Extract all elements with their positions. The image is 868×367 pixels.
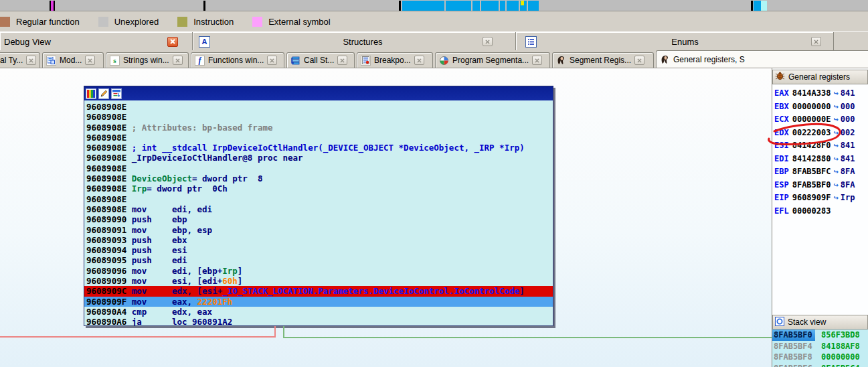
- disasm-line[interactable]: 960890A4 cmp edx, eax: [84, 307, 553, 317]
- stack-rows[interactable]: 8FAB5BF0856F3BD88FAB5BF484188AF88FAB5BF8…: [772, 329, 868, 367]
- register-row[interactable]: EAX8414A338↪841: [774, 87, 868, 100]
- tab-modules[interactable]: Mod...: [42, 52, 104, 68]
- graph-view-icon[interactable]: [111, 88, 122, 99]
- disasm-line[interactable]: 9608908E DeviceObject= dword ptr 8: [84, 173, 553, 184]
- tab-local-types[interactable]: cal Ty...: [0, 52, 40, 68]
- close-icon[interactable]: [26, 56, 36, 65]
- tab-enums[interactable]: Enums: [516, 32, 834, 51]
- head-icon: [660, 54, 670, 64]
- disasm-line[interactable]: 9608908E Irp= dword ptr 0Ch: [84, 184, 553, 194]
- close-icon[interactable]: [414, 56, 424, 65]
- pointer-arrow-icon: ↪: [833, 167, 838, 176]
- legend-label: External symbol: [268, 17, 330, 27]
- close-icon[interactable]: [337, 56, 347, 65]
- nav-band-segment: [481, 1, 499, 11]
- disasm-line[interactable]: 9608908E: [84, 102, 553, 112]
- register-row[interactable]: ECX0000000E↪000: [774, 113, 868, 127]
- tab-call-stack[interactable]: Call St...: [286, 52, 355, 68]
- tab-breakpoints[interactable]: Breakpo...: [357, 52, 433, 68]
- stack-row[interactable]: 8FAB5BF484188AF8: [772, 341, 868, 352]
- disassembly-listing[interactable]: 9608908E 9608908E 9608908E ; Attributes:…: [84, 100, 553, 326]
- pointer-arrow-icon: ↪: [833, 141, 838, 150]
- close-icon[interactable]: [532, 56, 542, 65]
- disassembly-window-titlebar[interactable]: [84, 86, 553, 100]
- disasm-line[interactable]: 96089095 push edi: [84, 255, 553, 265]
- register-row[interactable]: ESP8FAB5BF0↪8FA: [774, 179, 868, 192]
- nav-band-segment: [528, 1, 539, 11]
- tab-bar-filler: [834, 32, 868, 50]
- pointer-arrow-icon: ↪: [833, 128, 838, 137]
- disasm-line[interactable]: 9608908E: [84, 112, 553, 122]
- nav-band-segment: [446, 1, 471, 11]
- register-row[interactable]: EBP8FAB5BFC↪8FA: [774, 165, 868, 179]
- stack-row[interactable]: 8FAB5BF0856F3BD8: [772, 329, 868, 341]
- disasm-line[interactable]: 9608908E: [84, 194, 553, 204]
- legend-swatch: [177, 17, 187, 27]
- close-icon[interactable]: [811, 37, 821, 46]
- disasm-line[interactable]: 96089096 mov edi, [ebp+Irp]: [84, 266, 553, 276]
- disasm-line[interactable]: 9608908E mov edi, edi: [84, 204, 553, 214]
- disasm-line[interactable]: 9608908E ; int __stdcall IrpDeviceIoCtlH…: [84, 143, 553, 153]
- disasm-line[interactable]: 96089093 push ebx: [84, 235, 553, 245]
- disasm-line[interactable]: 960890A6 ja loc_960891A2: [84, 317, 553, 326]
- pointer-arrow-icon: ↪: [833, 88, 838, 98]
- stack-row[interactable]: 8FAB5BF800000000: [772, 352, 868, 363]
- disasm-line[interactable]: 9608908E: [84, 133, 553, 143]
- disasm-line[interactable]: 9608908E ; Attributes: bp-based frame: [84, 123, 553, 133]
- tab-segment-registers[interactable]: Segment Regis...: [552, 52, 654, 68]
- stack-row[interactable]: 8FAB5BFC8FA5B5C4: [772, 363, 868, 367]
- functions-icon: f: [195, 56, 205, 66]
- graph-edge-green: [283, 326, 284, 338]
- pointer-arrow-icon: ↪: [833, 180, 838, 190]
- debugger-side-panel: General registers EAX8414A338↪841EBX0000…: [772, 68, 868, 367]
- call-stack-icon: [290, 56, 300, 66]
- tab-program-segmentation[interactable]: Program Segmenta...: [435, 52, 550, 68]
- registers-list[interactable]: EAX8414A338↪841EBX00000000↪000ECX0000000…: [774, 87, 868, 218]
- close-icon[interactable]: [483, 37, 493, 46]
- pointer-arrow-icon: ↪: [833, 102, 838, 111]
- close-icon[interactable]: [167, 37, 178, 47]
- register-row[interactable]: EDX00222003↪002: [774, 127, 868, 140]
- disasm-line[interactable]: 96089094 push esi: [84, 245, 553, 255]
- color-legend: Regular functionUnexploredInstructionExt…: [0, 11, 868, 31]
- disasm-line-breakpoint[interactable]: 9608909C mov edx, [esi+_IO_STACK_LOCATIO…: [84, 286, 553, 296]
- tab-strings-window[interactable]: s Strings win...: [106, 52, 189, 68]
- disasm-line[interactable]: 9608908E _IrpDeviceIoCtlHandler@8 proc n…: [84, 153, 553, 163]
- disasm-line[interactable]: 96089091 mov ebp, esp: [84, 225, 553, 235]
- disasm-line-current-eip[interactable]: 9608909F mov eax, 22201Fh: [84, 297, 553, 307]
- graph-view-canvas[interactable]: 9608908E 9608908E 9608908E ; Attributes:…: [0, 68, 772, 367]
- register-row[interactable]: ESI841428F0↪841: [774, 139, 868, 153]
- nav-band-segment: [507, 1, 519, 11]
- register-row[interactable]: EDI84142880↪841: [774, 153, 868, 166]
- register-row[interactable]: EBX00000000↪000: [774, 100, 868, 114]
- pointer-arrow-icon: ↪: [833, 154, 838, 163]
- nav-band-segment: [402, 1, 444, 11]
- legend-label: Instruction: [193, 17, 234, 27]
- tab-general-registers[interactable]: General registers, S: [656, 50, 868, 68]
- close-icon[interactable]: [173, 56, 183, 65]
- tab-label: Structures: [210, 37, 515, 47]
- register-row[interactable]: EFL00000283: [774, 205, 868, 218]
- navigation-band[interactable]: [0, 0, 868, 11]
- close-icon[interactable]: [267, 56, 277, 65]
- register-row[interactable]: EIP9608909F↪Irp: [774, 192, 868, 205]
- edit-icon[interactable]: [98, 88, 109, 99]
- modules-icon: [46, 56, 56, 66]
- nav-band-segment: [761, 1, 767, 11]
- graph-edge-red: [274, 326, 276, 336]
- pointer-arrow-icon: ↪: [833, 115, 838, 124]
- disasm-line[interactable]: 9608908E: [84, 163, 553, 173]
- close-icon[interactable]: [634, 56, 644, 65]
- disassembly-window[interactable]: 9608908E 9608908E 9608908E ; Attributes:…: [84, 86, 553, 326]
- panel-title: Stack view: [788, 317, 826, 327]
- close-icon[interactable]: [85, 56, 95, 65]
- graph-edge-green: [283, 337, 772, 338]
- disasm-line[interactable]: 96089090 push ebp: [84, 214, 553, 224]
- disasm-line[interactable]: 96089099 mov esi, [edi+60h]: [84, 276, 553, 286]
- palette-icon[interactable]: [86, 88, 96, 99]
- tab-label: Enums: [537, 37, 833, 47]
- tab-debug-view[interactable]: Debug View: [0, 32, 193, 51]
- tab-functions-window[interactable]: f Functions win...: [191, 52, 284, 68]
- bug-icon: [775, 72, 785, 82]
- tab-structures[interactable]: A Structures: [193, 32, 516, 51]
